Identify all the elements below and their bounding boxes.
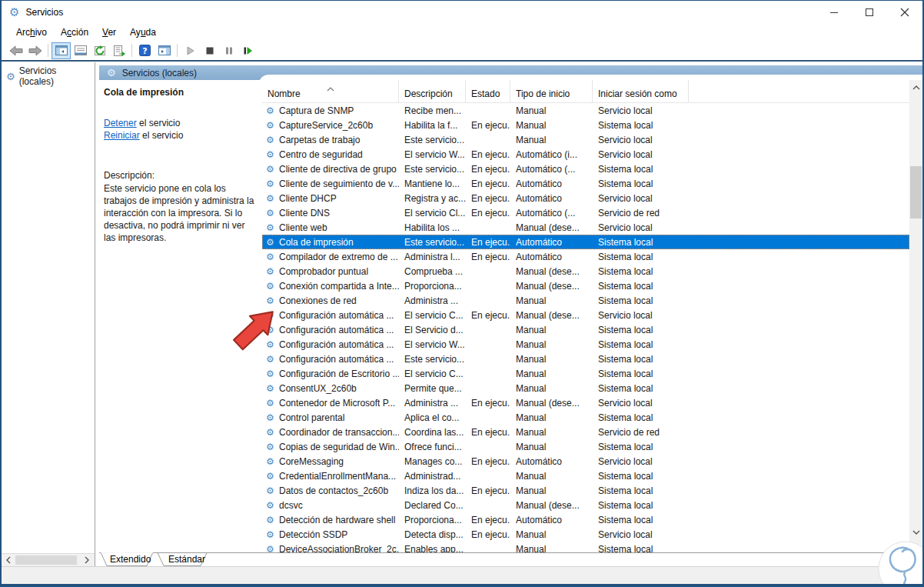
scroll-up-arrow[interactable]: [909, 81, 922, 94]
service-logon-as: Sistema local: [598, 266, 653, 277]
refresh-button[interactable]: [90, 42, 109, 59]
service-row[interactable]: ⚙Coordinador de transaccion...Coordina l…: [262, 425, 909, 439]
restart-service-link[interactable]: Reiniciar: [104, 130, 140, 141]
service-logon-as: Sistema local: [598, 120, 653, 131]
scroll-thumb[interactable]: [910, 166, 922, 218]
service-row[interactable]: ⚙CaptureService_2c60bHabilita la f...En …: [262, 118, 909, 132]
service-name: Detección SSDP: [279, 529, 347, 540]
service-row[interactable]: ⚙Cliente de seguimiento de v...Mantiene …: [262, 176, 909, 191]
service-row[interactable]: ⚙ConsentUX_2c60bPermite que...ManualSist…: [262, 381, 909, 395]
service-description: Detecta disp...: [404, 529, 464, 540]
service-status: En ejecu...: [471, 310, 510, 321]
scroll-thumb[interactable]: [15, 555, 77, 565]
service-row[interactable]: ⚙CredentialEnrollmentMana...Administrad.…: [262, 469, 909, 483]
service-gear-icon: ⚙: [266, 120, 279, 131]
service-description: El Servicio d...: [404, 325, 464, 335]
service-description: Administra l...: [404, 252, 460, 262]
service-row[interactable]: ⚙Contenedor de Microsoft P...Administra …: [262, 395, 909, 410]
service-row[interactable]: ⚙Carpetas de trabajoEste servicio...Manu…: [262, 132, 909, 147]
forward-button[interactable]: [25, 42, 45, 59]
service-gear-icon: ⚙: [266, 252, 279, 262]
service-startup-type: Manual: [516, 485, 546, 496]
service-name: Centro de seguridad: [279, 149, 363, 160]
start-service-button[interactable]: [181, 42, 200, 59]
service-name: Detección de hardware shell: [279, 515, 395, 525]
service-description: Registra y ac...: [404, 193, 466, 204]
service-row[interactable]: ⚙CoreMessagingManages co...En ejecu...Au…: [262, 454, 909, 469]
scroll-right-arrow[interactable]: [80, 554, 93, 566]
services-list: NombreDescripciónEstadoTipo de inicioIni…: [262, 80, 909, 552]
column-header-iniciar-sesion[interactable]: Iniciar sesión como: [593, 80, 689, 103]
stop-service-button[interactable]: [200, 42, 219, 59]
menu-item-archivo[interactable]: Archivo: [9, 25, 54, 39]
tab-extendido[interactable]: Extendido: [110, 554, 151, 565]
service-row[interactable]: ⚙Cliente de directiva de grupoEste servi…: [262, 162, 909, 176]
service-description: Habilita los ...: [404, 222, 460, 233]
show-console-tree-button[interactable]: [52, 42, 71, 59]
service-row[interactable]: ⚙Captura de SNMPRecibe men...ManualServi…: [262, 103, 909, 118]
service-name: ConsentUX_2c60b: [279, 383, 357, 394]
back-button[interactable]: [6, 42, 25, 59]
export-list-button[interactable]: [109, 42, 128, 59]
menu-item-accion[interactable]: Acción: [54, 25, 95, 39]
stop-service-link[interactable]: Detener: [104, 118, 137, 128]
selected-service-title: Cola de impresión: [104, 87, 258, 98]
service-row[interactable]: ⚙Conexión compartida a Inte...Proporcion…: [262, 278, 909, 293]
column-header-tipo-inicio[interactable]: Tipo de inicio: [510, 80, 593, 103]
restart-service-button[interactable]: [238, 42, 258, 59]
service-logon-as: Sistema local: [598, 383, 653, 394]
refresh-icon: [94, 45, 106, 56]
column-header-estado[interactable]: Estado: [466, 80, 510, 103]
service-row[interactable]: ⚙DeviceAssociationBroker_2c...Enables ap…: [262, 542, 909, 552]
service-row[interactable]: ⚙Configuración automática ...El servicio…: [262, 337, 909, 352]
service-row[interactable]: ⚙dcsvcDeclared Co...Manual (dese...Siste…: [262, 498, 909, 512]
column-header-nombre[interactable]: Nombre: [262, 80, 399, 103]
service-gear-icon: ⚙: [266, 164, 279, 175]
service-row[interactable]: ⚙Copias de seguridad de Win...Ofrece fun…: [262, 439, 909, 454]
tree-horizontal-scrollbar[interactable]: [2, 553, 95, 566]
close-button[interactable]: [887, 1, 922, 24]
list-vertical-scrollbar[interactable]: [909, 80, 922, 552]
pause-service-button[interactable]: [219, 42, 238, 59]
service-row[interactable]: ⚙Datos de contactos_2c60bIndiza los da..…: [262, 483, 909, 498]
list-body: ⚙Captura de SNMPRecibe men...ManualServi…: [262, 103, 909, 552]
service-row[interactable]: ⚙Conexiones de redAdministra ...ManualSi…: [262, 293, 909, 308]
scroll-left-arrow[interactable]: [2, 554, 15, 566]
service-row[interactable]: ⚙Cliente DHCPRegistra y ac...En ejecu...…: [262, 191, 909, 205]
service-row[interactable]: ⚙Detección SSDPDetecta disp...En ejecu..…: [262, 527, 909, 542]
service-logon-as: Servicio local: [598, 529, 653, 540]
service-row[interactable]: ⚙Cliente DNSEl servicio Cl...En ejecu...…: [262, 205, 909, 220]
properties-button[interactable]: [71, 42, 90, 59]
service-row-selected[interactable]: ⚙Cola de impresiónEste servicio...En eje…: [262, 235, 909, 249]
scroll-down-arrow[interactable]: [909, 525, 922, 539]
window-title: Servicios: [25, 7, 63, 18]
properties-icon: [75, 45, 87, 55]
service-row[interactable]: ⚙Cliente webHabilita los ...Manual (dese…: [262, 220, 909, 235]
maximize-button[interactable]: [852, 1, 887, 24]
service-row[interactable]: ⚙Configuración de Escritorio ...El servi…: [262, 366, 909, 381]
service-description: Proporciona...: [404, 515, 462, 525]
service-row[interactable]: ⚙Configuración automática ...El Servicio…: [262, 322, 909, 337]
service-row[interactable]: ⚙Comprobador puntualComprueba ...Manual …: [262, 264, 909, 278]
service-row[interactable]: ⚙Control parentalAplica el co...ManualSi…: [262, 410, 909, 425]
service-startup-type: Automático: [516, 178, 562, 189]
show-action-pane-icon: [158, 45, 171, 55]
service-name: Cliente web: [279, 222, 327, 233]
menu-item-ayuda[interactable]: Ayuda: [123, 25, 163, 39]
service-description: Administra ...: [404, 398, 458, 409]
tab-estandar[interactable]: Estándar: [168, 554, 205, 565]
help-button[interactable]: ?: [135, 42, 155, 59]
service-row[interactable]: ⚙Configuración automática ...Este servic…: [262, 352, 909, 366]
column-header-descripcion[interactable]: Descripción: [399, 80, 466, 103]
service-row[interactable]: ⚙Detección de hardware shellProporciona.…: [262, 512, 909, 527]
service-row[interactable]: ⚙Configuración automática ...El servicio…: [262, 308, 909, 322]
service-description: Declared Co...: [404, 500, 464, 511]
service-gear-icon: ⚙: [266, 398, 279, 409]
service-row[interactable]: ⚙Compilador de extremo de ...Administra …: [262, 249, 909, 264]
menu-item-ver[interactable]: Ver: [95, 25, 123, 39]
service-row[interactable]: ⚙Centro de seguridadEl servicio W...En e…: [262, 147, 909, 162]
tree-item-servicios-locales[interactable]: ⚙ Servicios (locales): [2, 62, 95, 89]
show-action-pane-button[interactable]: [155, 42, 174, 59]
service-status: En ejecu...: [471, 485, 510, 496]
minimize-button[interactable]: [816, 1, 852, 24]
